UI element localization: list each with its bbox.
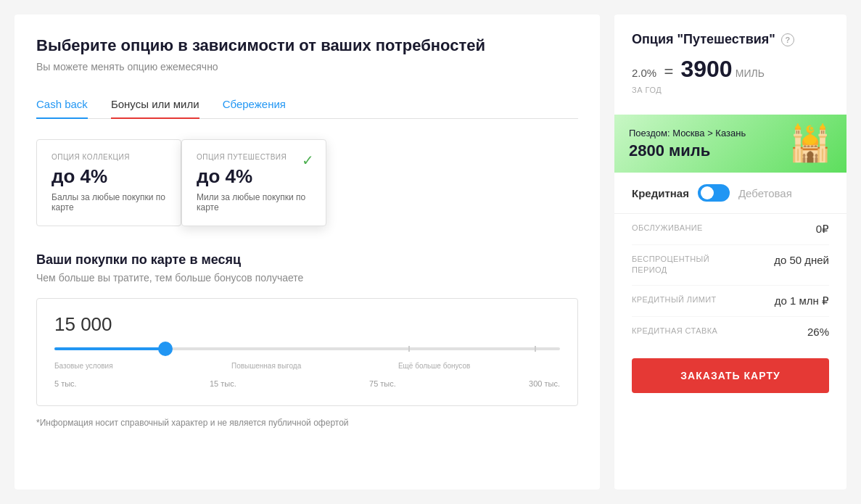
checkmark-icon: ✓ [302,152,314,169]
page-subtitle: Вы можете менять опцию ежемесячно [36,61,578,73]
slider-track [54,347,560,350]
rp-title-text: Опция "Путешествия" [632,32,775,47]
slider-wrapper [54,347,560,350]
detail-label-rate: КРЕДИТНАЯ СТАВКА [632,326,717,336]
slider-thumb[interactable] [158,342,173,356]
mosque-icon: 🕌 [788,126,832,161]
tabs-container: Cash back Бонусы или мили Сбережения [36,90,578,119]
card-collection-value: до 4% [52,165,166,188]
detail-value-rate: 26% [807,326,829,338]
rate-unit: МИЛЬ [736,67,765,79]
banner-text: Поездом: Москва > Казань 2800 миль [629,128,746,160]
slider-label-75: 75 тыс. [369,379,396,388]
zone-label-more: Ещё больше бонусов [398,362,470,370]
slider-min-max-labels: 5 тыс. 15 тыс. 75 тыс. 300 тыс. [54,379,560,388]
toggle-label-credit: Кредитная [632,187,689,199]
tab-savings[interactable]: Сбережения [223,91,286,119]
detail-value-grace: до 50 дней [774,254,829,266]
slider-label-min: 5 тыс. [54,379,77,388]
rate-miles: 3900 [680,56,732,82]
details-table: ОБСЛУЖИВАНИЕ 0₽ БЕСПРОЦЕНТНЫЙ ПЕРИОД до … [614,214,846,347]
toggle-label-debit: Дебетовая [738,187,792,199]
order-card-button[interactable]: ЗАКАЗАТЬ КАРТУ [632,358,829,393]
detail-label-limit: КРЕДИТНЫЙ ЛИМИТ [632,294,717,305]
slider-tick-300k [535,346,536,352]
purchases-subtitle: Чем больше вы тратите, тем больше бонусо… [36,272,578,284]
card-collection-desc: Баллы за любые покупки по карте [52,192,166,212]
slider-container: 15 000 Базовые условия Повышенная выгода… [36,298,578,406]
card-type-toggle-section: Кредитная Дебетовая [614,173,846,214]
footnote: *Информация носит справочный характер и … [36,418,578,428]
cta-section: ЗАКАЗАТЬ КАРТУ [614,347,846,410]
purchases-title: Ваши покупки по карте в месяц [36,252,578,268]
slider-fill [54,347,165,350]
detail-row-rate: КРЕДИТНАЯ СТАВКА 26% [632,317,829,347]
slider-tick-75k [408,346,410,352]
equals-sign: = [664,62,673,80]
detail-value-service: 0₽ [816,223,829,236]
slider-value-display: 15 000 [54,313,560,336]
zone-label-base: Базовые условия [54,362,113,370]
slider-label-max: 300 тыс. [529,379,560,388]
rate-percent: 2.0% [632,67,656,79]
zone-label-elevated: Повышенная выгода [231,362,301,370]
rp-rate: 2.0% = 3900 МИЛЬ [632,56,829,83]
detail-row-limit: КРЕДИТНЫЙ ЛИМИТ до 1 млн ₽ [632,286,829,317]
card-collection-label: ОПЦИЯ КОЛЛЕКЦИЯ [52,153,166,161]
banner-miles: 2800 миль [629,141,746,160]
left-panel: Выберите опцию в зависимости от ваших по… [15,15,600,489]
card-travel-desc: Мили за любые покупки по карте [197,192,311,212]
right-panel: Опция "Путешествия" ? 2.0% = 3900 МИЛЬ З… [614,15,846,489]
banner-route: Поездом: Москва > Казань [629,128,746,139]
tab-cashback[interactable]: Cash back [36,91,88,119]
detail-row-grace: БЕСПРОЦЕНТНЫЙ ПЕРИОД до 50 дней [632,245,829,286]
detail-label-grace: БЕСПРОЦЕНТНЫЙ ПЕРИОД [632,254,733,276]
help-icon[interactable]: ? [781,33,794,46]
rp-header: Опция "Путешествия" ? 2.0% = 3900 МИЛЬ З… [614,15,846,115]
slider-label-15: 15 тыс. [210,379,236,388]
detail-label-service: ОБСЛУЖИВАНИЕ [632,223,703,234]
card-travel-value: до 4% [197,165,311,188]
toggle-switch[interactable] [698,184,730,202]
tab-bonuses[interactable]: Бонусы или мили [111,91,199,119]
page-title: Выберите опцию в зависимости от ваших по… [36,36,578,55]
detail-value-limit: до 1 млн ₽ [775,294,829,307]
option-card-travel[interactable]: ОПЦИЯ ПУТЕШЕСТВИЯ до 4% Мили за любые по… [181,139,326,226]
option-card-collection[interactable]: ОПЦИЯ КОЛЛЕКЦИЯ до 4% Баллы за любые пок… [36,139,181,226]
green-banner: Поездом: Москва > Казань 2800 миль 🕌 [614,115,846,173]
detail-row-service: ОБСЛУЖИВАНИЕ 0₽ [632,214,829,245]
card-travel-label: ОПЦИЯ ПУТЕШЕСТВИЯ [197,153,311,161]
rp-title: Опция "Путешествия" ? [632,32,829,47]
rp-per-year: ЗА ГОД [632,86,829,94]
option-cards-container: ОПЦИЯ КОЛЛЕКЦИЯ до 4% Баллы за любые пок… [36,139,578,226]
